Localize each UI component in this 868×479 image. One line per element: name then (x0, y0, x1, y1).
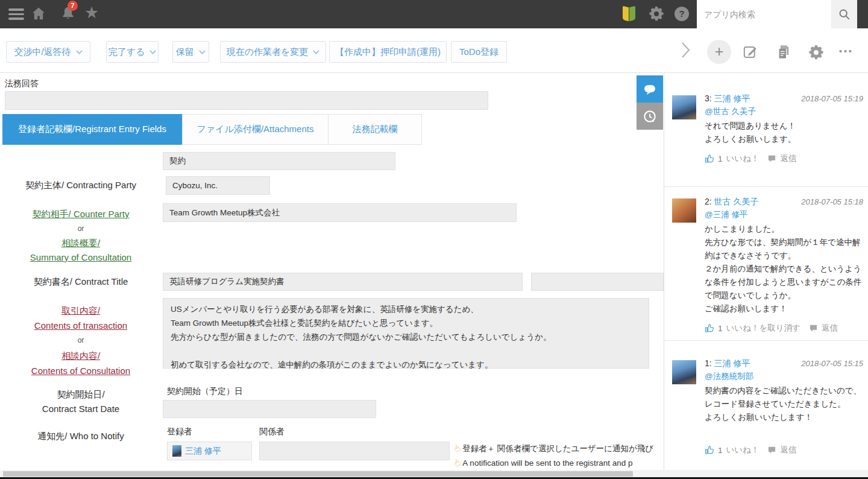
speech-bubble-icon (643, 82, 657, 97)
transaction-contents-link-en[interactable]: Contents of transaction (5, 318, 157, 333)
avatar (672, 360, 696, 384)
record-history-tab[interactable] (637, 103, 663, 130)
comment-author: 2: 世古 久美子 (705, 197, 758, 208)
related-people-label: 関係者 (259, 427, 285, 437)
tab-legal-entry[interactable]: 法務記載欄 (329, 114, 422, 145)
thumbs-up-icon[interactable] (705, 323, 714, 333)
scrollbar-thumb[interactable] (3, 471, 633, 477)
tab-attachments[interactable]: ファイル添付欄/Attachments (182, 114, 329, 145)
author-link[interactable]: 世古 久美子 (714, 197, 759, 206)
history-clock-icon (642, 109, 658, 124)
comment-timestamp: 2018-07-05 15:15 (801, 359, 863, 368)
contract-title-label: 契約書名/ Contract Title (5, 276, 157, 288)
consultation-contents-link-en[interactable]: Contents of Consultation (5, 363, 157, 378)
thumbs-up-icon[interactable] (705, 445, 714, 455)
notification-count-badge: 7 (68, 1, 78, 11)
like-button[interactable]: いいね！ (726, 445, 760, 455)
chevron-down-icon (199, 50, 206, 54)
comment-item: 1: 三浦 修平 2018-07-05 15:15 @法務統制部 契約書の内容を… (672, 358, 863, 455)
registrant-user-link[interactable]: 三浦 修平 (185, 446, 221, 457)
like-count: 1 (718, 324, 723, 333)
contents-textarea: USメンバーとやり取りを行う必要がある部署を対象に、英語研修を実施するため、 T… (163, 298, 649, 369)
comments-panel-tab[interactable] (637, 75, 663, 103)
search-input[interactable] (697, 0, 831, 28)
contract-title-secondary-field (531, 273, 664, 291)
comment-author: 1: 三浦 修平 (705, 358, 750, 369)
thumbs-up-icon[interactable] (705, 154, 714, 163)
hamburger-menu-icon[interactable] (8, 8, 24, 20)
horizontal-scrollbar (0, 470, 868, 477)
notify-note-en: ☝ A notification will be sent to the reg… (454, 456, 664, 470)
status-button-hold[interactable]: 保留 (172, 41, 209, 63)
mention-link[interactable]: @法務統制部 (705, 371, 863, 382)
mention-link[interactable]: @世古 久美子 (705, 106, 863, 117)
more-options-icon[interactable]: ••• (839, 46, 854, 56)
comment-body: 契約書の内容をご確認いただきたいので、 レコード登録させていただきました。 よろ… (705, 384, 863, 424)
tab-registrant-entry-fields[interactable]: 登録者記載欄/Registrant Entry Fields (2, 114, 182, 145)
comments-panel: 3: 三浦 修平 2018-07-05 15:19 @世古 久美子 それで問題あ… (664, 73, 868, 471)
consultation-contents-link-jp[interactable]: 相談内容/ (5, 348, 157, 363)
app-settings-gear-icon[interactable] (808, 44, 825, 61)
start-date-field (163, 400, 376, 418)
notify-label: 通知先/ Who to Notify (5, 431, 157, 442)
like-button[interactable]: いいね！ (726, 153, 760, 164)
or-text: or (5, 221, 157, 236)
mention-link[interactable]: @三浦 修平 (705, 209, 863, 220)
reply-button[interactable]: 返信 (822, 323, 838, 334)
search-icon (838, 8, 851, 21)
unlike-button[interactable]: いいね！を取り消す (726, 323, 800, 334)
status-button-negotiating[interactable]: 交渉中/返答待 (6, 41, 90, 63)
change-assignee-button[interactable]: 現在の作業者を変更 (220, 41, 326, 63)
comment-divider (664, 186, 868, 187)
home-icon[interactable] (30, 5, 47, 22)
comment-body: それで問題ありません！ よろしくお願いします。 (705, 119, 863, 146)
status-button-complete[interactable]: 完了する (106, 41, 159, 63)
beginner-guide-icon[interactable] (623, 7, 636, 22)
counter-party-field: Team Growth Meetup株式会社 (163, 203, 517, 222)
notify-note-jp: ☝ 登録者＋ 関係者欄で選択したユーザーに通知が飛び (454, 442, 664, 455)
next-record-chevron-icon[interactable] (681, 42, 690, 59)
chevron-down-icon (149, 50, 156, 54)
stamp-request-button[interactable]: 【作成中】押印申請(運用) (329, 41, 447, 63)
consultation-summary-link-jp[interactable]: 相談概要/ (5, 236, 157, 250)
planned-start-date-label: 契約開始（予定）日 (167, 386, 243, 397)
favorite-star-icon[interactable]: ★ (84, 4, 99, 22)
system-settings-gear-icon[interactable] (648, 5, 665, 22)
chevron-down-icon (76, 50, 83, 54)
comment-timestamp: 2018-07-05 15:19 (801, 94, 863, 103)
reply-button[interactable]: 返信 (780, 445, 796, 455)
transaction-contents-link-jp[interactable]: 取引内容/ (5, 303, 157, 318)
duplicate-record-icon[interactable] (776, 44, 792, 60)
contracting-party-field: Cybozu, Inc. (166, 176, 270, 195)
add-record-button[interactable]: + (707, 40, 731, 64)
todo-register-button[interactable]: ToDo登録 (451, 41, 507, 63)
comment-item: 3: 三浦 修平 2018-07-05 15:19 @世古 久美子 それで問題あ… (672, 94, 863, 164)
comment-item: 2: 世古 久美子 2018-07-05 15:18 @三浦 修平 かしこまりま… (672, 197, 863, 334)
author-link[interactable]: 三浦 修平 (714, 94, 750, 103)
reply-button[interactable]: 返信 (780, 153, 796, 164)
form-tabs: 登録者記載欄/Registrant Entry Fields ファイル添付欄/A… (2, 114, 422, 145)
reply-bubble-icon (767, 446, 776, 454)
registrant-label: 登録者 (167, 427, 192, 437)
comment-timestamp: 2018-07-05 15:18 (801, 197, 863, 206)
related-people-field (259, 442, 450, 460)
author-link[interactable]: 三浦 修平 (714, 358, 750, 368)
consultation-summary-link-en[interactable]: Summary of Consultation (5, 250, 157, 265)
counter-party-link[interactable]: 契約相手/ Counter Party (5, 207, 157, 221)
app-window: 7 ★ ? 交渉中/返答待 完了する 保留 (0, 0, 868, 479)
contracting-party-label: 契約主体/ Contracting Party (5, 180, 157, 191)
like-count: 1 (718, 446, 723, 455)
contract-title-field: 英語研修プログラム実施契約書 (163, 273, 523, 291)
counter-party-label-block: 契約相手/ Counter Party or 相談概要/ Summary of … (5, 207, 157, 265)
app-search-box (697, 0, 831, 28)
search-button[interactable] (831, 0, 857, 28)
comment-body: かしこまりました。 先方ひな形では、契約期間が１年で途中解約はできなさそうです。… (705, 223, 863, 316)
record-form: 法務回答 登録者記載欄/Registrant Entry Fields ファイル… (0, 73, 664, 471)
comment-divider (664, 340, 868, 341)
legal-reply-label: 法務回答 (5, 78, 39, 89)
edit-record-icon[interactable] (743, 44, 759, 60)
record-toolbar: 交渉中/返答待 完了する 保留 現在の作業者を変更 【作成中】押印申請(運用) … (0, 28, 868, 73)
start-date-label-block: 契約開始日/ Contract Start Date (5, 387, 157, 416)
help-icon[interactable]: ? (675, 7, 689, 21)
contents-label-block: 取引内容/ Contents of transaction or 相談内容/ C… (5, 303, 157, 378)
